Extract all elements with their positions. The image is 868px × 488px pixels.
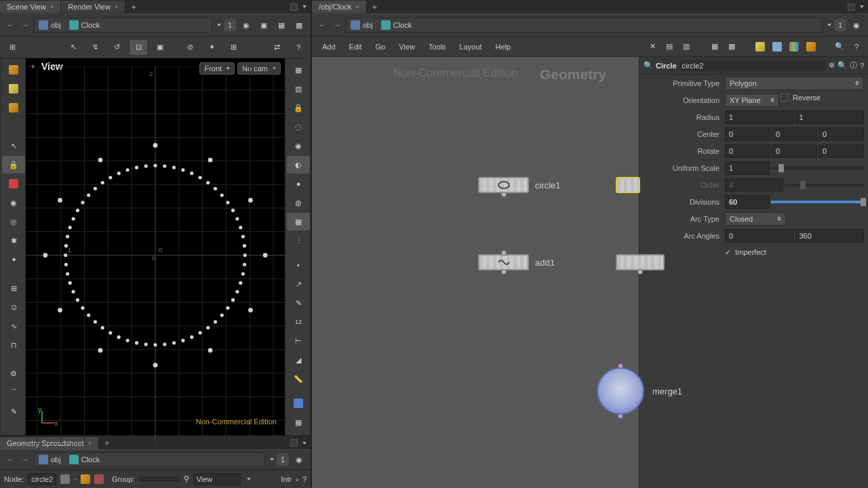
search-icon[interactable]: 🔍 [832, 39, 847, 54]
gear-icon[interactable]: ✲ [829, 61, 835, 70]
group-input[interactable] [139, 477, 180, 481]
display-opts-icon[interactable]: ▩ [292, 18, 307, 33]
node-add1[interactable]: add1 [478, 254, 529, 270]
pin-badge[interactable]: 1 [834, 19, 846, 31]
light-icon[interactable]: ◉ [287, 137, 310, 155]
tree-icon[interactable]: ▥ [679, 39, 694, 54]
filter-icon[interactable]: ⚲ [184, 474, 189, 483]
help-icon[interactable]: ? [289, 39, 308, 56]
menu-edit[interactable]: Edit [343, 40, 368, 54]
node-circle2-partial[interactable] [616, 177, 640, 193]
node-add2-partial[interactable] [616, 254, 665, 270]
arc-type-select[interactable]: Closed [725, 212, 786, 226]
tab-network[interactable]: /obj/Clock× [312, 1, 367, 13]
help-icon[interactable]: ? [302, 475, 307, 483]
center-y-input[interactable]: 0 [772, 127, 817, 141]
help-icon[interactable]: ? [849, 39, 864, 54]
tab-scene-view[interactable]: Scene View× [0, 1, 61, 13]
visibility-icon[interactable]: ⊘ [180, 39, 199, 56]
menu-view[interactable]: View [393, 40, 421, 54]
color-icon[interactable] [287, 394, 310, 412]
select-mode-icon[interactable]: ↖ [64, 39, 83, 56]
points-icon[interactable] [60, 474, 70, 484]
chevron-down-icon[interactable] [827, 24, 831, 26]
lock-icon[interactable]: 🔒 [2, 156, 25, 174]
snapshot-icon[interactable]: ▦ [274, 18, 289, 33]
shade-mode-1[interactable]: ▦ [287, 61, 310, 79]
snap-icon[interactable]: ✦ [202, 39, 221, 56]
viewport[interactable]: ✦ View Front No cam 0 0 1 [26, 58, 285, 435]
path-input[interactable]: obj Clock [346, 18, 823, 33]
node-name-input[interactable] [679, 60, 826, 71]
display-options-icon[interactable]: ⇄ [267, 39, 286, 56]
move-tool[interactable] [2, 80, 25, 98]
info-icon[interactable]: ⓘ [850, 60, 857, 70]
radius-x-input[interactable]: 1 [725, 110, 794, 124]
radius-y-input[interactable]: 1 [795, 110, 865, 124]
orientation-select[interactable]: XY Plane [725, 94, 779, 107]
node-graph[interactable]: Non-Commercial Edition Geometry circle1 [312, 57, 639, 488]
dot-icon[interactable]: • [287, 256, 310, 274]
node-merge1[interactable]: merge1 [597, 367, 644, 415]
pointer-tool[interactable]: ↖ [2, 137, 25, 155]
close-icon[interactable]: × [88, 440, 92, 447]
maximize-icon[interactable] [290, 439, 298, 447]
construction-icon[interactable]: ⊞ [224, 39, 243, 56]
prim-type-select[interactable]: Polygon [725, 77, 864, 90]
add-tab-button[interactable]: + [125, 2, 142, 12]
reverse-checkbox[interactable] [781, 94, 789, 102]
axes-tool[interactable]: ✦ [2, 251, 25, 268]
link-icon[interactable]: ◉ [849, 18, 864, 33]
wrench-icon[interactable]: ✕ [645, 39, 660, 54]
pane-menu-icon[interactable] [302, 5, 307, 8]
divisions-input[interactable]: 60 [725, 195, 770, 209]
arc-angle-start-input[interactable]: 0 [725, 229, 794, 243]
link-icon[interactable]: ◉ [292, 452, 307, 467]
arc-angle-end-input[interactable]: 360 [795, 229, 865, 243]
mat-icon[interactable]: ● [287, 175, 310, 192]
point-disp-icon[interactable]: ⋮ [287, 232, 310, 249]
render-icon[interactable]: ▣ [256, 18, 271, 33]
list-icon[interactable]: ▤ [662, 39, 677, 54]
back-button[interactable]: ← [316, 19, 328, 31]
env-icon[interactable]: ◍ [287, 194, 310, 211]
pin-badge[interactable]: 1 [224, 19, 236, 31]
curve-icon[interactable]: ⌒ [2, 384, 25, 401]
forward-button[interactable]: → [331, 19, 343, 31]
menu-add[interactable]: Add [316, 40, 342, 54]
maximize-icon[interactable] [290, 3, 298, 11]
cog-icon[interactable]: ⚙ [2, 365, 25, 382]
palette-icon[interactable] [787, 39, 802, 54]
brush-icon[interactable]: ✎ [2, 403, 25, 420]
uv-icon[interactable]: ✎ [287, 294, 310, 312]
forward-button[interactable]: → [19, 453, 31, 466]
snap-curve-icon[interactable]: ∿ [2, 317, 25, 335]
search-icon[interactable]: 🔍 [644, 61, 653, 70]
node-circle1[interactable]: circle1 [478, 177, 529, 193]
pane-menu-icon[interactable] [302, 442, 307, 445]
bones-tool[interactable]: ✱ [2, 232, 25, 249]
snap-point-icon[interactable]: ⊙ [2, 298, 25, 316]
grid4-icon[interactable]: ▦ [707, 39, 722, 54]
shade-mode-2[interactable]: ▧ [287, 80, 310, 98]
ghost-icon[interactable]: ◌ [287, 118, 310, 136]
ruler-icon[interactable]: 📏 [287, 370, 310, 388]
hq-light-icon[interactable]: ◐ [287, 156, 310, 174]
rotate-x-input[interactable]: 0 [725, 144, 770, 158]
magnet-icon[interactable]: ⊓ [2, 336, 25, 354]
view-select[interactable]: View [193, 473, 241, 485]
close-icon[interactable]: × [50, 3, 54, 10]
uniform-scale-slider[interactable] [771, 167, 864, 169]
grid9-icon[interactable]: ▩ [724, 39, 739, 54]
find-icon[interactable]: 🔍 [837, 61, 847, 70]
light-tool[interactable]: ◉ [2, 194, 25, 211]
reveal-icon[interactable]: ◢ [287, 351, 310, 369]
node-name-field[interactable]: circle2 [28, 473, 56, 485]
measure-icon[interactable]: ⊢ [287, 332, 310, 350]
bg-icon[interactable]: ▦ [287, 413, 310, 431]
divisions-slider[interactable] [771, 201, 864, 203]
point-mode-icon[interactable]: ⊡ [129, 39, 148, 56]
back-button[interactable]: ← [4, 453, 16, 466]
tab-render-view[interactable]: Render View× [61, 1, 125, 13]
uniform-scale-input[interactable]: 1 [725, 161, 770, 175]
